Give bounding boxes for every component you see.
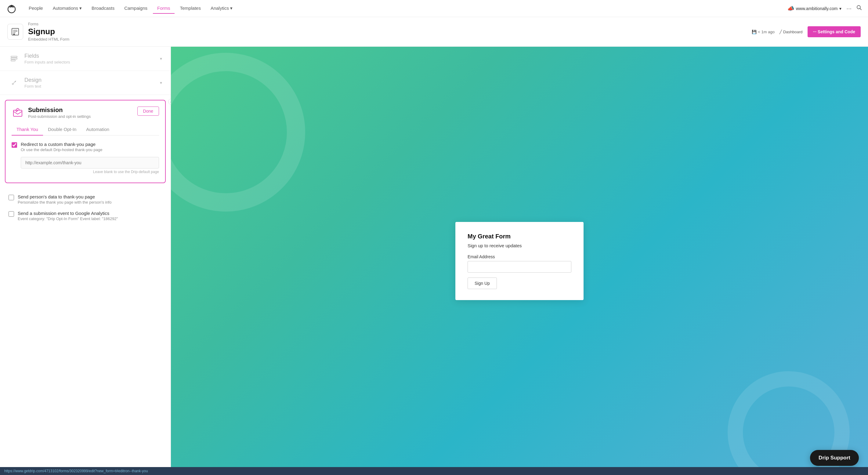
form-preview-card: My Great Form Sign up to receive updates… <box>455 222 584 300</box>
google-analytics-label: Send a submission event to Google Analyt… <box>18 211 118 216</box>
collapse-arrow[interactable]: ◀ <box>168 98 171 105</box>
page-title: Signup <box>28 27 752 36</box>
megaphone-icon: 📣 <box>787 5 794 12</box>
tab-automation[interactable]: Automation <box>81 124 114 136</box>
svg-point-1 <box>10 5 13 7</box>
svg-rect-11 <box>11 56 17 57</box>
submission-title: Submission <box>28 107 137 114</box>
send-data-label: Send person's data to thank-you page <box>18 194 112 199</box>
url-hint: Leave blank to use the Drip-default page <box>21 170 159 174</box>
chevron-down-icon: ▾ <box>230 5 232 11</box>
url-bar: https://www.getdrip.com/4713102/forms/30… <box>0 467 868 475</box>
redirect-checkbox[interactable] <box>11 142 17 148</box>
fields-section[interactable]: Fields Form inputs and selectors ▾ <box>0 47 170 71</box>
svg-point-3 <box>12 6 14 8</box>
url-input-wrapper: Leave blank to use the Drip-default page <box>21 157 159 174</box>
nav-right: 📣 www.ambitionally.com ▾ ··· <box>787 5 862 12</box>
design-subtitle: Form text <box>24 84 160 89</box>
url-bar-text: https://www.getdrip.com/4713102/forms/30… <box>4 469 148 473</box>
nav-link-people[interactable]: People <box>24 3 47 14</box>
send-data-desc: Personalize the thank you page with the … <box>18 200 112 205</box>
google-analytics-desc: Event category: "Drip Opt-In Form" Event… <box>18 216 118 221</box>
page-header: Forms Signup Embedded HTML Form 💾 < 1m a… <box>0 17 868 47</box>
email-label: Email Address <box>468 254 571 259</box>
design-text: Design Form text <box>24 77 160 89</box>
header-actions: 💾 < 1m ago ╱ Dashboard ··· Settings and … <box>752 26 861 37</box>
below-section: Send person's data to thank-you page Per… <box>0 188 170 233</box>
send-data-row: Send person's data to thank-you page Per… <box>8 194 162 205</box>
form-page-icon <box>7 24 23 40</box>
more-options-button[interactable]: ··· <box>846 5 851 12</box>
form-preview-desc: Sign up to receive updates <box>468 243 571 248</box>
nav-link-templates[interactable]: Templates <box>176 3 205 14</box>
svg-rect-12 <box>11 58 17 59</box>
svg-rect-6 <box>12 28 19 35</box>
email-input[interactable] <box>468 261 571 273</box>
redirect-url-input[interactable] <box>21 157 159 169</box>
design-section[interactable]: Design Form text ▾ <box>0 71 170 95</box>
save-status: 💾 < 1m ago <box>752 30 775 34</box>
header-text: Forms Signup Embedded HTML Form <box>28 22 752 41</box>
redirect-desc: Or use the default Drip-hosted thank-you… <box>21 147 102 152</box>
top-navigation: People Automations ▾ Broadcasts Campaign… <box>0 0 868 17</box>
drip-support-button[interactable]: Drip Support <box>810 450 859 466</box>
right-panel: My Great Form Sign up to receive updates… <box>171 47 868 475</box>
nav-links: People Automations ▾ Broadcasts Campaign… <box>24 3 787 14</box>
design-chevron-icon: ▾ <box>160 80 162 85</box>
nav-link-forms[interactable]: Forms <box>153 3 175 14</box>
content-area: ◀ Fields Form inputs and selectors ▾ <box>0 47 868 475</box>
site-selector[interactable]: 📣 www.ambitionally.com ▾ <box>787 5 842 12</box>
fields-subtitle: Form inputs and selectors <box>24 60 160 64</box>
fields-icon <box>8 53 20 64</box>
page-wrapper: Forms Signup Embedded HTML Form 💾 < 1m a… <box>0 17 868 475</box>
nav-link-analytics[interactable]: Analytics ▾ <box>206 3 237 14</box>
redirect-label: Redirect to a custom thank-you page <box>21 142 102 147</box>
svg-rect-13 <box>11 60 15 61</box>
fields-text: Fields Form inputs and selectors <box>24 53 160 64</box>
svg-rect-16 <box>13 110 22 116</box>
dashboard-link[interactable]: ╱ Dashboard <box>779 30 803 34</box>
svg-rect-10 <box>13 34 15 35</box>
chevron-down-icon: ▾ <box>79 5 82 11</box>
done-button[interactable]: Done <box>137 107 159 116</box>
tab-thank-you[interactable]: Thank You <box>11 124 43 136</box>
sign-up-button[interactable]: Sign Up <box>468 277 497 289</box>
nav-link-campaigns[interactable]: Campaigns <box>120 3 152 14</box>
page-subtitle: Embedded HTML Form <box>28 37 752 41</box>
settings-and-code-button[interactable]: ··· Settings and Code <box>808 26 861 37</box>
design-icon <box>8 77 20 88</box>
breadcrumb: Forms <box>28 22 752 26</box>
preview-background: My Great Form Sign up to receive updates… <box>171 47 868 475</box>
nav-link-automations[interactable]: Automations ▾ <box>49 3 86 14</box>
submission-subtitle: Post-submission and opt-in settings <box>28 114 137 119</box>
left-panel: ◀ Fields Form inputs and selectors ▾ <box>0 47 171 475</box>
nav-link-broadcasts[interactable]: Broadcasts <box>87 3 119 14</box>
google-analytics-checkbox[interactable] <box>8 211 14 217</box>
chart-icon: ╱ <box>779 30 782 34</box>
send-data-checkbox[interactable] <box>8 195 14 200</box>
save-icon: 💾 <box>752 30 756 34</box>
chevron-down-icon: ▾ <box>839 6 841 11</box>
svg-point-2 <box>9 6 11 8</box>
svg-line-5 <box>860 8 862 10</box>
tab-double-opt-in[interactable]: Double Opt-In <box>43 124 81 136</box>
svg-point-14 <box>12 83 13 85</box>
fields-title: Fields <box>24 53 160 59</box>
design-title: Design <box>24 77 160 83</box>
drip-logo[interactable] <box>6 3 17 14</box>
submission-header: Submission Post-submission and opt-in se… <box>11 107 159 119</box>
form-preview-title: My Great Form <box>468 233 571 240</box>
submission-section: Submission Post-submission and opt-in se… <box>5 100 166 183</box>
submission-icon <box>11 107 24 119</box>
submission-tabs: Thank You Double Opt-In Automation <box>11 124 159 136</box>
redirect-checkbox-row: Redirect to a custom thank-you page Or u… <box>11 142 159 152</box>
google-analytics-row: Send a submission event to Google Analyt… <box>8 211 162 221</box>
submission-title-block: Submission Post-submission and opt-in se… <box>28 107 137 119</box>
search-button[interactable] <box>857 5 862 12</box>
fields-chevron-icon: ▾ <box>160 56 162 61</box>
